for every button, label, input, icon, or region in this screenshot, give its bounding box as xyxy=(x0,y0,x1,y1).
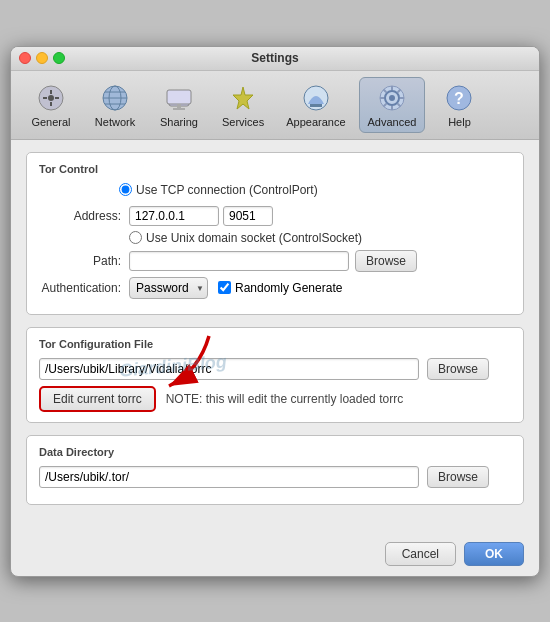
tcp-radio[interactable] xyxy=(119,183,132,196)
randomly-generate-label: Randomly Generate xyxy=(235,281,342,295)
tor-config-section: Tor Configuration File Browse GiardiniBl… xyxy=(26,327,524,423)
window-controls[interactable] xyxy=(19,52,65,64)
data-dir-row: Browse xyxy=(39,466,511,488)
toolbar-item-help[interactable]: ? Help xyxy=(429,77,489,133)
data-directory-title: Data Directory xyxy=(39,446,511,458)
unix-radio-row: Use Unix domain socket (ControlSocket) xyxy=(129,231,511,245)
path-input[interactable] xyxy=(129,251,349,271)
data-dir-input[interactable] xyxy=(39,466,419,488)
cancel-button[interactable]: Cancel xyxy=(385,542,456,566)
data-directory-section: Data Directory Browse xyxy=(26,435,524,505)
path-label: Path: xyxy=(39,254,129,268)
svg-text:?: ? xyxy=(455,90,465,107)
randomly-generate-checkbox[interactable] xyxy=(218,281,231,294)
auth-select[interactable]: Password xyxy=(129,277,208,299)
svg-rect-13 xyxy=(310,104,322,107)
tor-control-title: Tor Control xyxy=(39,163,511,175)
config-file-input[interactable] xyxy=(39,358,419,380)
close-button[interactable] xyxy=(19,52,31,64)
tcp-radio-row: Use TCP connection (ControlPort) xyxy=(119,183,318,197)
general-icon xyxy=(35,82,67,114)
settings-window: Settings General xyxy=(10,46,540,577)
content-area: Tor Control Use TCP connection (ControlP… xyxy=(11,140,539,532)
config-browse-button[interactable]: Browse xyxy=(427,358,489,380)
sharing-icon xyxy=(163,82,195,114)
address-input[interactable] xyxy=(129,206,219,226)
toolbar-item-advanced[interactable]: Advanced xyxy=(359,77,426,133)
toolbar-item-general[interactable]: General xyxy=(21,77,81,133)
tor-control-section: Tor Control Use TCP connection (ControlP… xyxy=(26,152,524,315)
path-row: Path: Browse xyxy=(39,250,511,272)
sharing-label: Sharing xyxy=(160,116,198,128)
svg-rect-10 xyxy=(173,108,185,110)
services-label: Services xyxy=(222,116,264,128)
services-icon xyxy=(227,82,259,114)
tcp-radio-label: Use TCP connection (ControlPort) xyxy=(136,183,318,197)
maximize-button[interactable] xyxy=(53,52,65,64)
path-browse-button[interactable]: Browse xyxy=(355,250,417,272)
appearance-label: Appearance xyxy=(286,116,345,128)
toolbar-item-network[interactable]: Network xyxy=(85,77,145,133)
edit-torrc-button[interactable]: Edit current torrc xyxy=(39,386,156,412)
svg-point-16 xyxy=(389,95,395,101)
svg-rect-8 xyxy=(167,90,191,104)
window-title: Settings xyxy=(251,51,298,65)
toolbar-item-sharing[interactable]: Sharing xyxy=(149,77,209,133)
data-dir-browse-button[interactable]: Browse xyxy=(427,466,489,488)
tor-config-title: Tor Configuration File xyxy=(39,338,511,350)
titlebar: Settings xyxy=(11,47,539,71)
appearance-icon xyxy=(300,82,332,114)
network-label: Network xyxy=(95,116,135,128)
address-row: Address: xyxy=(39,206,511,226)
config-file-row: Browse xyxy=(39,358,511,380)
edit-note-text: NOTE: this will edit the currently loade… xyxy=(166,392,403,406)
edit-btn-row: Edit current torrc NOTE: this will edit … xyxy=(39,386,511,412)
svg-marker-11 xyxy=(233,87,253,109)
auth-label: Authentication: xyxy=(39,281,129,295)
minimize-button[interactable] xyxy=(36,52,48,64)
help-icon: ? xyxy=(443,82,475,114)
toolbar-item-appearance[interactable]: Appearance xyxy=(277,77,354,133)
toolbar: General Network xyxy=(11,71,539,140)
help-label: Help xyxy=(448,116,471,128)
auth-row: Authentication: Password Randomly Genera… xyxy=(39,277,511,299)
port-input[interactable] xyxy=(223,206,273,226)
advanced-label: Advanced xyxy=(368,116,417,128)
auth-select-wrapper: Password xyxy=(129,277,208,299)
unix-radio[interactable] xyxy=(129,231,142,244)
randomly-generate-row: Randomly Generate xyxy=(218,281,342,295)
general-label: General xyxy=(31,116,70,128)
svg-rect-9 xyxy=(177,104,181,108)
toolbar-item-services[interactable]: Services xyxy=(213,77,273,133)
advanced-icon xyxy=(376,82,408,114)
network-icon xyxy=(99,82,131,114)
bottom-bar: Cancel OK xyxy=(11,532,539,576)
svg-point-1 xyxy=(48,95,54,101)
ok-button[interactable]: OK xyxy=(464,542,524,566)
address-label: Address: xyxy=(39,209,129,223)
unix-radio-label: Use Unix domain socket (ControlSocket) xyxy=(146,231,362,245)
